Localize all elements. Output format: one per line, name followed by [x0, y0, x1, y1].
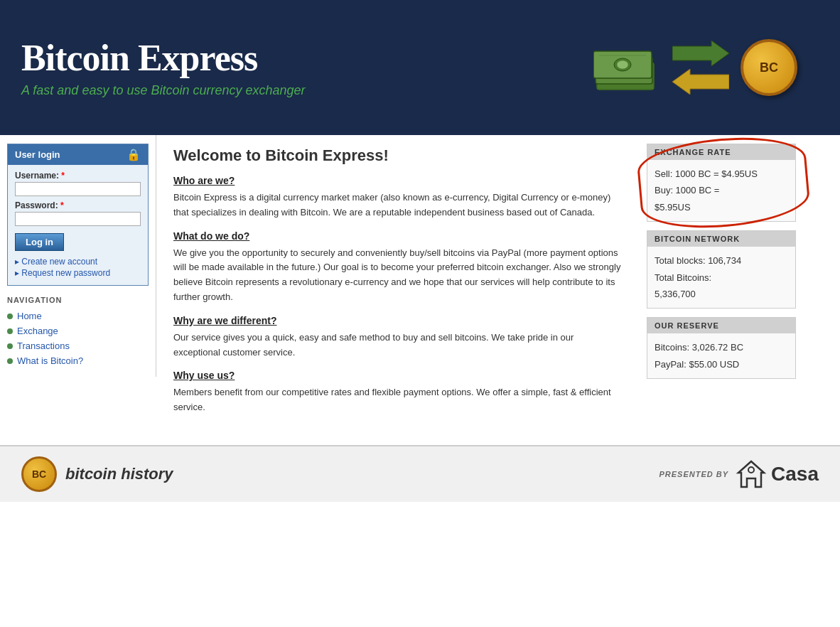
header-branding: Bitcoin Express A fast and easy to use B…: [21, 37, 306, 98]
nav-label-transactions: Transactions: [17, 341, 70, 351]
sidebar-item-transactions[interactable]: Transactions: [7, 338, 149, 353]
page-title: Welcome to Bitcoin Express!: [173, 146, 623, 165]
footer-coin-icon: BC: [21, 456, 57, 492]
section-text-why: Members benefit from our competitive rat…: [173, 385, 623, 415]
header-graphic: BC: [593, 39, 797, 96]
section-heading-different: Why are we different?: [173, 315, 623, 326]
user-login-body: Username: * Password: * Log in Create ne…: [8, 165, 148, 285]
site-title: Bitcoin Express: [21, 37, 306, 79]
password-input[interactable]: [15, 212, 141, 226]
bitcoin-network-box: BITCOIN NETWORK Total blocks: 106,734 To…: [647, 230, 796, 309]
money-stack-icon: [593, 41, 661, 95]
buy-rate-line1: Buy: 1000 BC =: [655, 182, 788, 198]
reserve-bitcoins: Bitcoins: 3,026.72 BC: [655, 339, 788, 355]
bitcoin-network-body: Total blocks: 106,734 Total Bitcoins: 5,…: [647, 247, 795, 308]
sell-rate: Sell: 1000 BC = $4.95US: [655, 166, 788, 182]
header: Bitcoin Express A fast and easy to use B…: [0, 0, 840, 135]
casa-name: Casa: [771, 463, 819, 486]
left-sidebar: User login 🔒 Username: * Password: * Log…: [0, 135, 156, 377]
nav-title: NAVIGATION: [7, 296, 149, 304]
our-reserve-header: OUR RESERVE: [647, 318, 795, 333]
password-label: Password: *: [15, 200, 141, 210]
sidebar-item-home[interactable]: Home: [7, 309, 149, 323]
bitcoin-coin-icon: BC: [741, 39, 797, 96]
user-icon: 🔒: [126, 148, 141, 161]
nav-label-exchange: Exchange: [17, 326, 58, 336]
section-text-what: We give you the opportunity to securely …: [173, 246, 623, 305]
casa-logo: Casa: [736, 459, 819, 490]
nav-dot-icon: [7, 358, 13, 364]
sidebar-item-what-is-bitcoin[interactable]: What is Bitcoin?: [7, 353, 149, 368]
navigation-section: NAVIGATION Home Exchange Transactions Wh…: [7, 296, 149, 368]
footer-left: BC bitcoin history: [21, 456, 173, 492]
request-password-link[interactable]: Request new password: [15, 268, 141, 278]
nav-dot-icon: [7, 328, 13, 334]
total-bitcoins-label: Total Bitcoins:: [655, 269, 788, 286]
footer: BC bitcoin history PRESENTED BY Casa: [0, 445, 840, 502]
bitcoin-network-header: BITCOIN NETWORK: [647, 231, 795, 247]
buy-rate-line2: $5.95US: [655, 199, 788, 215]
svg-marker-7: [672, 41, 729, 66]
svg-marker-8: [672, 69, 729, 95]
main-area: Welcome to Bitcoin Express! Who are we? …: [156, 135, 640, 431]
footer-title: bitcoin history: [65, 465, 173, 483]
total-blocks: Total blocks: 106,734: [655, 252, 788, 269]
user-login-header: User login 🔒: [8, 144, 148, 165]
user-login-title: User login: [15, 149, 60, 160]
exchange-rate-header: EXCHANGE RATE: [647, 144, 795, 160]
username-input[interactable]: [15, 182, 141, 196]
total-bitcoins-value: 5,336,700: [655, 286, 788, 302]
sidebar-item-exchange[interactable]: Exchange: [7, 323, 149, 338]
our-reserve-body: Bitcoins: 3,026.72 BC PayPal: $55.00 USD: [647, 333, 795, 378]
footer-right: PRESENTED BY Casa: [659, 459, 819, 490]
exchange-rate-body: Sell: 1000 BC = $4.95US Buy: 1000 BC = $…: [647, 160, 795, 221]
login-links: Create new account Request new password: [15, 257, 141, 278]
right-sidebar: EXCHANGE RATE Sell: 1000 BC = $4.95US Bu…: [640, 135, 803, 396]
nav-dot-icon: [7, 314, 13, 319]
nav-dot-icon: [7, 343, 13, 349]
casa-icon: [736, 459, 767, 490]
nav-label-what-is-bitcoin: What is Bitcoin?: [17, 355, 83, 366]
section-heading-what: What do we do?: [173, 230, 623, 242]
create-account-link[interactable]: Create new account: [15, 257, 141, 267]
section-heading-why: Why use us?: [173, 370, 623, 381]
password-row: Password: *: [15, 200, 141, 226]
presented-by-label: PRESENTED BY: [659, 470, 728, 478]
section-text-who: Bitcoin Express is a digital currency ma…: [173, 191, 623, 220]
login-button[interactable]: Log in: [15, 233, 64, 251]
username-row: Username: *: [15, 171, 141, 196]
main-content: User login 🔒 Username: * Password: * Log…: [0, 135, 840, 431]
username-label: Username: *: [15, 171, 141, 181]
reserve-paypal: PayPal: $55.00 USD: [655, 356, 788, 373]
svg-point-5: [617, 60, 628, 69]
site-subtitle: A fast and easy to use Bitcoin currency …: [21, 83, 306, 98]
user-login-box: User login 🔒 Username: * Password: * Log…: [7, 144, 149, 286]
svg-point-10: [748, 467, 754, 473]
section-heading-who: Who are we?: [173, 175, 623, 186]
svg-marker-9: [738, 461, 764, 487]
nav-label-home: Home: [17, 311, 42, 321]
exchange-rate-box: EXCHANGE RATE Sell: 1000 BC = $4.95US Bu…: [647, 144, 796, 222]
section-text-different: Our service gives you a quick, easy and …: [173, 331, 623, 360]
exchange-arrows-icon: [672, 41, 729, 95]
our-reserve-box: OUR RESERVE Bitcoins: 3,026.72 BC PayPal…: [647, 317, 796, 379]
